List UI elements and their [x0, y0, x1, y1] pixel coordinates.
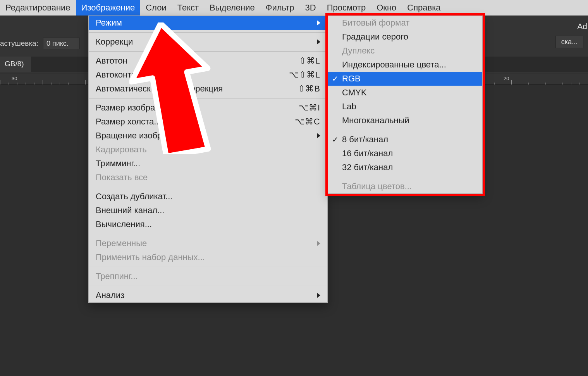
menu-item: Применить набор данных...	[89, 250, 327, 264]
menu-item-label: Битовый формат	[342, 18, 475, 28]
document-tab[interactable]: GB/8)	[0, 57, 31, 72]
menu-item-label: Переменные	[96, 238, 305, 248]
submenu-arrow-icon	[317, 133, 320, 138]
menu-item: Дуплекс	[328, 44, 482, 58]
menu-item[interactable]: Автоконтр⌥⇧⌘L	[89, 68, 327, 82]
menu-shortcut: ⇧⌘B	[298, 84, 320, 94]
menu-item-label: Градации серого	[342, 32, 475, 42]
image-menu-panel: РежимКоррекциАвтотон⇧⌘LАвтоконтр⌥⇧⌘LАвто…	[88, 16, 328, 303]
menu-item-label: 16 бит/канал	[342, 148, 475, 159]
menu-item-label: Анализ	[96, 290, 305, 300]
menu-item-label: 32 бит/канал	[342, 162, 475, 172]
menu-слои[interactable]: Слои	[140, 0, 172, 16]
menu-item[interactable]: Автоматическ етовая коррекция⇧⌘B	[89, 82, 327, 96]
menu-item-label: Автоматическ етовая коррекция	[96, 84, 282, 94]
menu-item-label: Треппинг...	[96, 271, 320, 281]
feather-label: астушевка:	[0, 39, 41, 48]
menu-item-label: Дуплекс	[342, 46, 475, 56]
menu-item[interactable]: Создать дубликат...	[89, 190, 327, 204]
menu-item-label: Создать дубликат...	[96, 191, 320, 202]
menu-item[interactable]: 16 бит/канал	[328, 147, 482, 160]
menu-выделение[interactable]: Выделение	[204, 0, 260, 16]
menu-item[interactable]: Размер изображ ...⌥⌘I	[89, 101, 327, 115]
menu-item-label: Вычисления...	[96, 219, 320, 229]
menu-item[interactable]: Внешний канал...	[89, 204, 327, 217]
menu-изображение[interactable]: Изображение	[76, 0, 141, 16]
menu-item: Переменные	[89, 236, 327, 250]
menu-item-label: Таблица цветов...	[342, 181, 475, 191]
menu-separator	[89, 286, 327, 286]
menu-item[interactable]: Коррекци	[89, 35, 327, 49]
menu-item-label: Многоканальный	[342, 116, 475, 126]
menu-shortcut: ⇧⌘L	[299, 56, 320, 66]
menu-item: Показать все	[89, 171, 327, 185]
menu-текст[interactable]: Текст	[172, 0, 204, 16]
checkmark-icon: ✓	[332, 135, 339, 144]
menu-item: Таблица цветов...	[328, 179, 482, 193]
menu-item[interactable]: Анализ	[89, 288, 327, 302]
menu-item-label: Индексированные цвета...	[342, 60, 475, 70]
menu-item-label: RGB	[342, 74, 475, 84]
menu-item-label: Применить набор данных...	[96, 252, 320, 262]
menu-item: Кадрировать	[89, 143, 327, 157]
menu-item-label: Автоконтр	[96, 70, 273, 80]
menu-item[interactable]: Размер холста...⌥⌘C	[89, 115, 327, 129]
menu-item[interactable]: Вычисления...	[89, 217, 327, 231]
right-partially-visible-label: Ad	[577, 22, 587, 31]
submenu-arrow-icon	[317, 39, 320, 45]
submenu-arrow-icon	[317, 20, 320, 26]
submenu-arrow-icon	[317, 293, 320, 298]
menu-item: Треппинг...	[89, 269, 327, 283]
menu-item[interactable]: ✓RGB	[328, 72, 482, 86]
options-bar: астушевка: 0 пикс.	[0, 36, 80, 51]
menu-separator	[89, 32, 327, 33]
menu-separator	[328, 177, 482, 177]
menu-редактирование[interactable]: Редактирование	[0, 0, 76, 16]
menu-item[interactable]: CMYK	[328, 86, 482, 100]
menu-item[interactable]: Градации серого	[328, 30, 482, 44]
menu-item[interactable]: ✓8 бит/канал	[328, 133, 482, 147]
menu-item-label: Коррекци	[96, 37, 305, 47]
menu-item[interactable]: 32 бит/канал	[328, 160, 482, 174]
menu-item: Битовый формат	[328, 16, 482, 30]
menu-item-label: Вращение изображения	[96, 131, 305, 141]
menu-item[interactable]: Автотон⇧⌘L	[89, 54, 327, 68]
menu-item-label: Кадрировать	[96, 145, 320, 155]
menu-item[interactable]: Многоканальный	[328, 114, 482, 128]
menu-фильтр[interactable]: Фильтр	[260, 0, 300, 16]
menu-shortcut: ⌥⌘C	[295, 117, 320, 127]
menu-item[interactable]: Lab	[328, 100, 482, 114]
main-menubar: РедактированиеИзображениеСлоиТекстВыделе…	[0, 0, 588, 16]
menu-separator	[89, 234, 327, 234]
right-toolbar-button[interactable]: ска...	[555, 36, 583, 48]
menu-item[interactable]: Вращение изображения	[89, 129, 327, 143]
menu-просмотр[interactable]: Просмотр	[322, 0, 371, 16]
ruler-tick-label: 20	[504, 76, 509, 81]
mode-submenu-panel: Битовый форматГрадации серогоДуплексИнде…	[328, 16, 483, 194]
menu-item-label: 8 бит/канал	[342, 135, 475, 145]
menu-item-label: Показать все	[96, 172, 320, 183]
menu-3d[interactable]: 3D	[300, 0, 322, 16]
menu-item-label: Внешний канал...	[96, 205, 320, 216]
menu-separator	[328, 130, 482, 130]
menu-справка[interactable]: Справка	[402, 0, 446, 16]
menu-shortcut: ⌥⌘I	[299, 103, 320, 113]
ruler-tick-label: 30	[12, 76, 17, 81]
menu-item-label: Режим	[96, 18, 305, 28]
menu-item-label: Тримминг...	[96, 159, 320, 169]
menu-окно[interactable]: Окно	[371, 0, 402, 16]
menu-separator	[89, 267, 327, 267]
feather-value-field[interactable]: 0 пикс.	[43, 38, 80, 49]
menu-separator	[89, 51, 327, 52]
menu-item[interactable]: Тримминг...	[89, 157, 327, 171]
menu-item-label: Размер холста...	[96, 117, 279, 127]
menu-item-label: CMYK	[342, 88, 475, 98]
menu-separator	[89, 187, 327, 187]
menu-item[interactable]: Индексированные цвета...	[328, 58, 482, 72]
menu-item[interactable]: Режим	[89, 16, 327, 30]
submenu-arrow-icon	[317, 241, 320, 246]
menu-item-label: Lab	[342, 102, 475, 112]
menu-shortcut: ⌥⇧⌘L	[289, 70, 320, 80]
menu-item-label: Размер изображ ...	[96, 103, 283, 113]
checkmark-icon: ✓	[332, 74, 339, 83]
